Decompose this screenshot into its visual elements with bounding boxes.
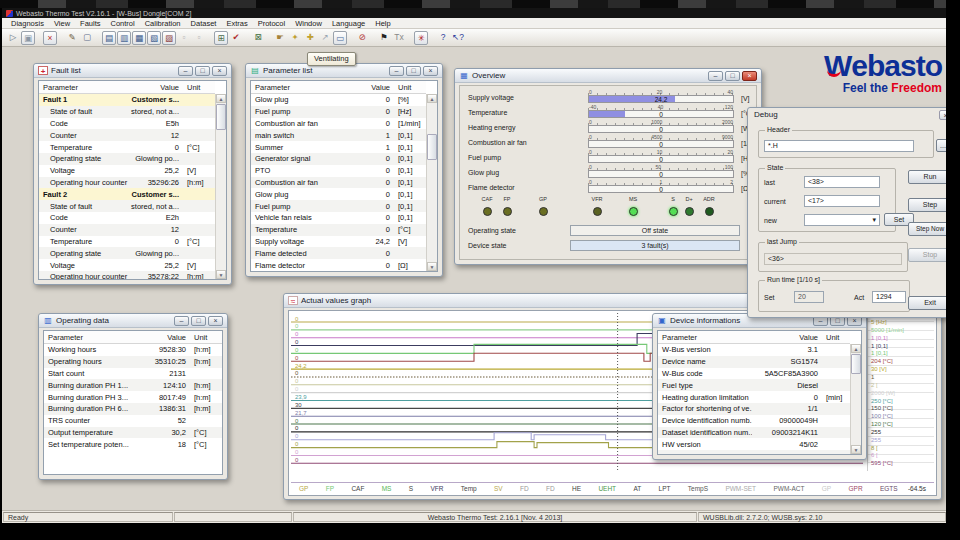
step-button[interactable]: Step <box>908 198 946 212</box>
legend-item[interactable]: CAF <box>351 485 364 492</box>
legend-item[interactable]: Temp <box>461 485 477 492</box>
table-row[interactable]: State of faultstored, not a... <box>39 200 215 212</box>
toolbar-icon[interactable]: ▷ <box>6 31 20 45</box>
table-row[interactable]: PTO0[0,1] <box>251 165 426 177</box>
scroll-thumb[interactable] <box>216 104 226 130</box>
table-row[interactable]: Flame detected0 <box>251 247 426 259</box>
menu-item[interactable]: Faults <box>75 19 105 28</box>
toolbar-icon[interactable]: ▢ <box>80 31 94 45</box>
table-row[interactable]: Fuel pump0[Hz] <box>251 106 426 118</box>
scroll-up-icon[interactable]: ▲ <box>427 94 437 103</box>
toolbar-icon[interactable]: ▫ <box>192 31 206 45</box>
col-unit[interactable]: Unit <box>392 83 426 92</box>
toolbar-icon[interactable]: ↗ <box>318 31 332 45</box>
toolbar-icon[interactable]: ☛ <box>273 31 287 45</box>
scrollbar[interactable]: ▲ ▼ <box>215 94 226 279</box>
col-value[interactable]: Value <box>752 333 820 342</box>
legend-item[interactable]: HE <box>572 485 581 492</box>
table-row[interactable]: SW version18/03 3.17 <box>658 450 850 455</box>
toolbar-icon[interactable]: ▭ <box>333 31 347 45</box>
set-time-field[interactable]: 20 <box>794 291 824 303</box>
col-unit[interactable]: Unit <box>188 333 222 342</box>
table-row[interactable]: Generator signal0[0,1] <box>251 153 426 165</box>
col-parameter[interactable]: Parameter <box>251 83 340 92</box>
table-row[interactable]: Temperature0[°C] <box>251 224 426 236</box>
toolbar-icon[interactable]: ▤ <box>102 31 116 45</box>
table-row[interactable]: Vehicle fan relais0[0,1] <box>251 212 426 224</box>
scroll-thumb[interactable] <box>851 354 861 374</box>
table-row[interactable]: State of faultstored, not a... <box>39 106 215 118</box>
menu-item[interactable]: Calibration <box>140 19 186 28</box>
menu-item[interactable]: Protocol <box>253 19 291 28</box>
scroll-down-icon[interactable]: ▼ <box>851 445 861 454</box>
legend-item[interactable]: FP <box>326 485 334 492</box>
legend-item[interactable]: GPR <box>849 485 863 492</box>
table-row[interactable]: Dataset identification num...09003214K11 <box>658 427 850 439</box>
legend-item[interactable]: FD <box>520 485 529 492</box>
table-row[interactable]: Heating duration limitation0[min] <box>658 391 850 403</box>
table-row[interactable]: Glow plug0[0,1] <box>251 188 426 200</box>
app-titlebar[interactable]: Webasto Thermo Test V2.16.1 - [W-Bus] Do… <box>2 8 946 18</box>
table-row[interactable]: Burning duration PH 6...1386:31[h:m] <box>44 403 222 415</box>
table-row[interactable]: CodeE2h <box>39 212 215 224</box>
table-row[interactable]: HW version45/02 <box>658 438 850 450</box>
table-row[interactable]: Counter12 <box>39 129 215 141</box>
legend-item[interactable]: FD <box>546 485 555 492</box>
close-button[interactable]: × <box>939 110 946 120</box>
toolbar-icon[interactable]: ✦ <box>288 31 302 45</box>
menu-item[interactable]: Window <box>290 19 327 28</box>
fault-list-titlebar[interactable]: + Fault list – □ × <box>34 64 231 78</box>
legend-item[interactable]: VFR <box>430 485 443 492</box>
table-row[interactable]: Summer1[0,1] <box>251 141 426 153</box>
table-row[interactable]: Operating hour counter35296:26[h:m] <box>39 177 215 189</box>
toolbar-icon[interactable]: Tx Rx <box>392 31 406 45</box>
step-now-button[interactable]: Step Now <box>908 222 946 236</box>
minimize-button[interactable]: – <box>178 66 193 76</box>
col-unit[interactable]: Unit <box>820 333 850 342</box>
close-button[interactable]: × <box>212 66 227 76</box>
maximize-button[interactable]: □ <box>406 66 421 76</box>
legend-item[interactable]: EGTS <box>880 485 898 492</box>
table-row[interactable]: Fault 2Customer s... <box>39 188 215 200</box>
chevron-down-icon[interactable]: ▾ <box>872 215 876 225</box>
table-row[interactable]: Device identification numb...09000049H <box>658 415 850 427</box>
legend-item[interactable]: MS <box>382 485 392 492</box>
toolbar-icon[interactable]: ✔ <box>229 31 243 45</box>
close-button[interactable]: × <box>423 66 438 76</box>
legend-item[interactable]: GP <box>299 485 308 492</box>
scrollbar[interactable]: ▲ ▼ <box>426 94 437 271</box>
legend-item[interactable]: GP <box>822 485 831 492</box>
table-row[interactable]: Counter12 <box>39 224 215 236</box>
table-row[interactable]: Factor for shortening of ve...1/1 <box>658 403 850 415</box>
toolbar-icon[interactable]: ▨ <box>162 31 176 45</box>
legend-item[interactable]: PWM-SET <box>725 485 756 492</box>
legend-item[interactable]: SV <box>494 485 503 492</box>
toolbar-icon[interactable]: ⊞ <box>214 31 228 45</box>
table-row[interactable]: Fault 1Customer s... <box>39 94 215 106</box>
table-row[interactable]: CodeE5h <box>39 118 215 130</box>
toolbar-icon[interactable]: ⊠ <box>251 31 265 45</box>
table-row[interactable]: Fuel pump0[0,1] <box>251 200 426 212</box>
legend-item[interactable]: S <box>409 485 413 492</box>
menu-item[interactable]: Language <box>327 19 370 28</box>
close-button[interactable]: × <box>742 71 757 81</box>
run-button[interactable]: Run <box>908 170 946 184</box>
legend-item[interactable]: LPT <box>659 485 671 492</box>
minimize-button[interactable]: – <box>708 71 723 81</box>
menu-item[interactable]: Dataset <box>186 19 222 28</box>
table-row[interactable]: main switch1[0,1] <box>251 129 426 141</box>
table-row[interactable]: Burning duration PH 1...124:10[h:m] <box>44 379 222 391</box>
new-state-combobox[interactable]: ▾ <box>804 214 880 226</box>
stop-button[interactable]: Stop <box>908 248 946 262</box>
toolbar-icon[interactable]: ▥ <box>117 31 131 45</box>
scroll-up-icon[interactable]: ▲ <box>851 344 861 353</box>
scroll-down-icon[interactable]: ▼ <box>427 262 437 271</box>
table-row[interactable]: Voltage25,2[V] <box>39 165 215 177</box>
col-parameter[interactable]: Parameter <box>39 83 129 92</box>
scroll-down-icon[interactable]: ▼ <box>216 270 226 279</box>
last-state-field[interactable]: <38> <box>804 176 880 188</box>
header-field[interactable]: *.H <box>764 140 914 152</box>
parameter-list-titlebar[interactable]: ▤ Parameter list – □ × <box>246 64 442 78</box>
toolbar-icon[interactable]: ✳ <box>414 31 428 45</box>
menu-item[interactable]: Help <box>370 19 395 28</box>
